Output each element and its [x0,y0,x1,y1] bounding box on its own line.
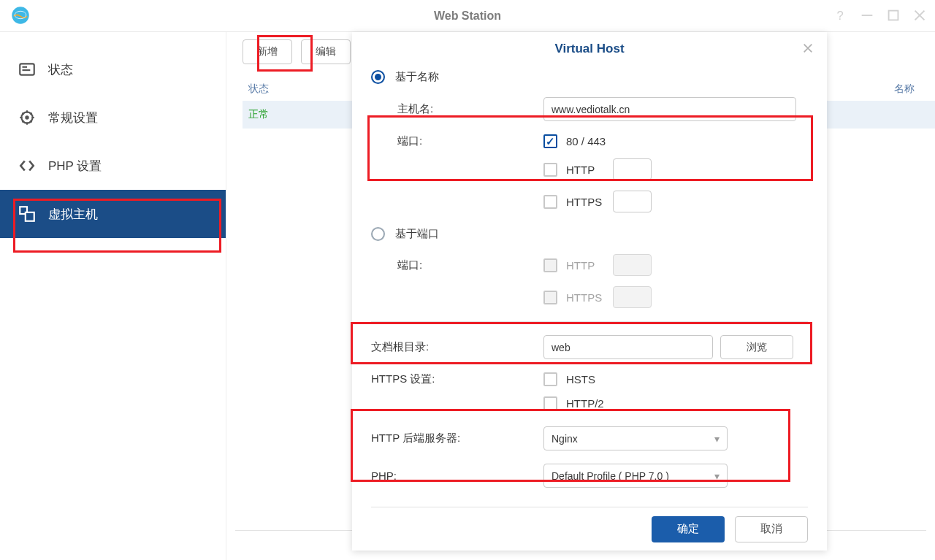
http2-checkbox[interactable] [543,396,557,410]
docroot-input[interactable] [543,335,713,359]
sidebar-item-status[interactable]: 状态 [0,45,226,93]
https-checkbox[interactable] [543,195,557,209]
hostname-input[interactable] [543,97,796,121]
radio-port-based[interactable] [371,227,385,241]
svg-text:?: ? [837,9,844,22]
svg-rect-7 [23,69,31,71]
col-name[interactable]: 名称 [894,83,935,96]
https-settings-label: HTTPS 设置: [371,372,543,386]
http-checkbox[interactable] [543,163,557,177]
virtual-host-dialog: Virtual Host 基于名称 主机名: 端口: 80 / 443 HTTP… [352,32,827,551]
port-default-label: 80 / 443 [566,135,606,147]
https-checkbox-disabled [543,291,557,304]
backend-label: HTTP 后端服务器: [371,431,543,445]
ok-button[interactable]: 确定 [652,516,725,542]
http-label: HTTP [566,164,603,176]
http-checkbox-disabled [543,258,557,272]
dialog-title: Virtual Host [554,42,624,56]
port-default-checkbox[interactable] [543,134,557,148]
port-label2: 端口: [397,258,543,272]
port-label: 端口: [397,134,543,148]
browse-button[interactable]: 浏览 [720,335,793,359]
add-button[interactable]: 新增 [243,39,292,64]
app-icon [11,6,30,25]
sidebar-item-general[interactable]: 常规设置 [0,93,226,142]
svg-rect-11 [26,212,34,221]
gear-icon [18,108,37,127]
close-icon[interactable] [912,7,928,23]
svg-rect-3 [862,15,873,16]
sidebar-item-label: 状态 [48,61,73,78]
svg-rect-6 [23,66,28,68]
backend-select[interactable]: Nginx ▾ [543,426,728,450]
https-port-input[interactable] [613,191,652,212]
hostname-label: 主机名: [397,102,543,116]
https-label2: HTTPS [566,291,603,304]
http2-label: HTTP/2 [566,397,604,410]
backend-value: Nginx [552,433,578,445]
http-port-disabled [613,254,652,276]
php-value: Default Profile ( PHP 7.0 ) [552,470,669,482]
docroot-label: 文档根目录: [371,340,543,354]
status-value: 正常 [248,108,269,121]
sidebar-item-php[interactable]: PHP 设置 [0,142,226,190]
http-label2: HTTP [566,259,603,272]
cancel-button[interactable]: 取消 [735,516,808,542]
status-icon [18,60,37,79]
https-port-disabled [613,286,652,308]
radio-name-based[interactable] [371,70,385,84]
sidebar: 状态 常规设置 PHP 设置 虚拟主机 [0,32,226,560]
minimize-icon[interactable] [859,7,875,23]
chevron-down-icon: ▾ [714,470,720,482]
chevron-down-icon: ▾ [714,433,720,445]
sidebar-item-virtualhost[interactable]: 虚拟主机 [0,190,226,238]
svg-point-9 [25,115,28,119]
sidebar-item-label: 虚拟主机 [48,206,98,223]
http-port-input[interactable] [613,158,652,180]
close-icon[interactable] [802,42,814,57]
vhost-icon [18,204,37,223]
svg-rect-4 [889,11,898,20]
hsts-checkbox[interactable] [543,372,557,386]
php-select[interactable]: Default Profile ( PHP 7.0 ) ▾ [543,464,728,488]
code-icon [18,156,37,175]
hsts-label: HSTS [566,373,595,386]
edit-button[interactable]: 编辑 [301,39,351,64]
col-status[interactable]: 状态 [248,83,343,96]
php-label: PHP: [371,469,543,482]
radio-label: 基于名称 [395,70,439,84]
help-icon[interactable]: ? [833,7,849,23]
https-label: HTTPS [566,196,603,208]
sidebar-item-label: 常规设置 [48,110,98,126]
maximize-icon[interactable] [885,7,901,23]
window-title: Web Station [434,9,501,23]
titlebar: Web Station ? [0,0,935,32]
radio-label: 基于端口 [395,227,439,241]
sidebar-item-label: PHP 设置 [48,158,102,174]
